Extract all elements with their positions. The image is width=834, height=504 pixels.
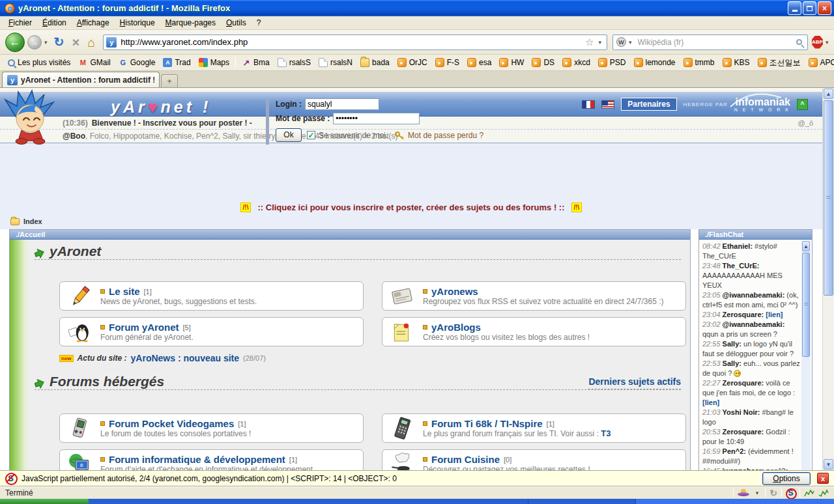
bookmark-item[interactable]: Les plus visités (4, 57, 74, 68)
forum-card[interactable]: Forum yAronet[5]Forum général de yAronet… (59, 317, 364, 346)
bookmark-star-icon[interactable]: ☆ (583, 36, 596, 48)
forward-button[interactable]: → (27, 35, 42, 49)
page-scrollbar-thumb[interactable] (824, 100, 833, 296)
bookmark-item[interactable]: PSD (594, 57, 630, 68)
tab-yaronet[interactable]: y yAronet - Attention : forum addictif ! (2, 72, 160, 87)
french-flag-icon[interactable] (582, 100, 595, 109)
start-button-edge[interactable] (0, 499, 89, 504)
bookmark-item[interactable]: APOD (805, 57, 834, 68)
bookmark-item[interactable]: tmmb (680, 57, 719, 68)
forum-description-link[interactable]: T3 (601, 428, 611, 438)
windows-taskbar[interactable] (0, 499, 834, 504)
stop-button[interactable]: × (72, 36, 79, 49)
menu-item[interactable]: ? (252, 17, 266, 29)
url-bar[interactable]: y ☆ ▾ (103, 35, 607, 50)
ufo-dropdown-icon[interactable]: ▾ (753, 490, 762, 496)
new-tab-button[interactable]: + (161, 74, 178, 87)
adblock-dropdown-icon[interactable]: ▾ (823, 39, 831, 46)
forum-card[interactable]: Forum Ti 68k / TI-Nspire[1]Le plus grand… (382, 413, 686, 443)
bookmark-item[interactable]: GMail (74, 57, 114, 68)
options-button[interactable]: Options (762, 472, 811, 485)
register-notice-link[interactable]: :: Cliquez ici pour vous inscrire et pos… (257, 203, 564, 212)
bookmark-item[interactable]: Maps (195, 57, 233, 68)
bookmark-item[interactable]: rsalsN (315, 57, 356, 68)
latest-topics-link[interactable]: Derniers sujets actifs (588, 376, 681, 389)
minimize-button[interactable] (788, 1, 801, 15)
chat-link[interactable]: [lien] (766, 311, 783, 318)
menu-item[interactable]: Marque-pages (161, 17, 220, 29)
menu-item[interactable]: Affichage (72, 17, 114, 29)
bookmark-item[interactable]: KBS (719, 57, 754, 68)
forum-link[interactable]: Forum Pocket Videogames (109, 419, 234, 429)
menu-item[interactable]: Édition (38, 17, 71, 29)
remember-checkbox[interactable]: ✓ (307, 131, 315, 139)
reload-button[interactable]: ↻ (54, 36, 65, 48)
forum-card[interactable]: yAroBlogsCréez vos blogs ou visitez les … (382, 317, 686, 346)
scroll-top-button[interactable]: ^ (797, 99, 808, 110)
bookmark-item[interactable]: xkcd (558, 57, 594, 68)
restore-button[interactable] (803, 1, 816, 15)
scroll-up-icon[interactable]: ▲ (824, 89, 833, 99)
home-button[interactable]: ⌂ (87, 36, 95, 49)
infomaniak-logo[interactable]: infomaniak N E T W O R K (734, 97, 790, 112)
bookmark-item[interactable]: Trad (159, 57, 194, 68)
chat-scroll-up-icon[interactable]: ▲ (802, 241, 810, 251)
chat-scrollbar-thumb[interactable] (802, 253, 810, 357)
back-button[interactable]: ← (5, 33, 25, 52)
page-scrollbar[interactable]: ▲ ▼ (822, 88, 834, 470)
bookmark-item[interactable]: HW (495, 57, 528, 68)
forum-link[interactable]: yAronews (431, 287, 478, 297)
chat-scrollbar[interactable]: ▲ ▼ (801, 241, 811, 470)
bookmark-item[interactable]: rsalsS (274, 57, 315, 68)
bookmark-item[interactable]: bada (356, 57, 394, 68)
forgot-password-link[interactable]: Mot de passe perdu ? (408, 131, 483, 140)
bookmark-item[interactable]: OrJC (394, 57, 431, 68)
engine-dropdown-icon[interactable]: ▾ (626, 39, 635, 46)
close-button[interactable]: × (818, 1, 831, 15)
forum-card[interactable]: yAronewsRegroupez vos flux RSS et suivez… (382, 281, 686, 311)
news-link[interactable]: yAroNews : nouveau site (131, 353, 240, 363)
login-input[interactable] (305, 98, 379, 110)
reload-status-icon[interactable]: ↻ (769, 488, 777, 497)
bookmark-item[interactable]: Google (115, 57, 160, 68)
chat-link[interactable]: [lien] (702, 399, 719, 406)
ok-button[interactable]: Ok (276, 128, 302, 142)
bookmark-item[interactable]: Bma (238, 57, 274, 68)
menu-item[interactable]: Fichier (4, 17, 36, 29)
noscript-status-icon[interactable]: S (786, 488, 796, 498)
graph-icon[interactable] (818, 488, 829, 497)
url-dropdown-icon[interactable]: ▾ (596, 39, 604, 46)
forum-link[interactable]: Forum informatique & développement (109, 455, 285, 465)
forum-card[interactable]: Le site[1]News de yAronet, bugs, suggest… (59, 281, 364, 311)
adblock-button[interactable]: ABP ▾ (812, 36, 829, 49)
menu-item[interactable]: Historique (115, 17, 160, 29)
forum-link[interactable]: Le site (109, 287, 140, 297)
search-box[interactable]: W ▾ (612, 35, 808, 50)
forum-link[interactable]: Forum Ti 68k / TI-Nspire (431, 419, 543, 429)
breadcrumb[interactable]: Index (10, 217, 42, 225)
scroll-down-icon[interactable]: ▼ (824, 459, 833, 469)
bookmark-item[interactable]: esa (463, 57, 495, 68)
bookmark-item[interactable]: lemonde (630, 57, 680, 68)
forum-card[interactable]: eForum informatique & développement[1]Fo… (59, 449, 364, 470)
url-input[interactable] (117, 37, 583, 47)
bookmark-item[interactable]: DS (528, 57, 558, 68)
history-dropdown-icon[interactable]: ▾ (42, 39, 50, 46)
graph-icon[interactable] (804, 488, 814, 497)
forum-card[interactable]: Forum Cuisine[0]Découvrez ou partagez vo… (382, 449, 686, 470)
notification-close-icon[interactable]: x (817, 473, 829, 484)
search-icon[interactable] (796, 39, 802, 45)
forum-card[interactable]: Forum Pocket Videogames[1]Le forum de to… (59, 413, 364, 443)
bookmark-item[interactable]: 조선일보 (754, 56, 805, 70)
english-flag-icon[interactable] (601, 100, 614, 109)
forum-link[interactable]: Forum yAronet (109, 322, 179, 333)
menu-item[interactable]: Outils (222, 17, 251, 29)
online-user-link[interactable]: @Boo (63, 132, 85, 141)
search-input[interactable] (635, 38, 796, 47)
forum-link[interactable]: yAroBlogs (431, 322, 481, 333)
ufo-extension-icon[interactable] (738, 489, 749, 497)
password-input[interactable] (333, 113, 420, 124)
bookmark-item[interactable]: F-S (431, 57, 463, 68)
site-logo[interactable]: yAr♥net ! (111, 98, 211, 117)
forum-link[interactable]: Forum Cuisine (431, 455, 500, 465)
